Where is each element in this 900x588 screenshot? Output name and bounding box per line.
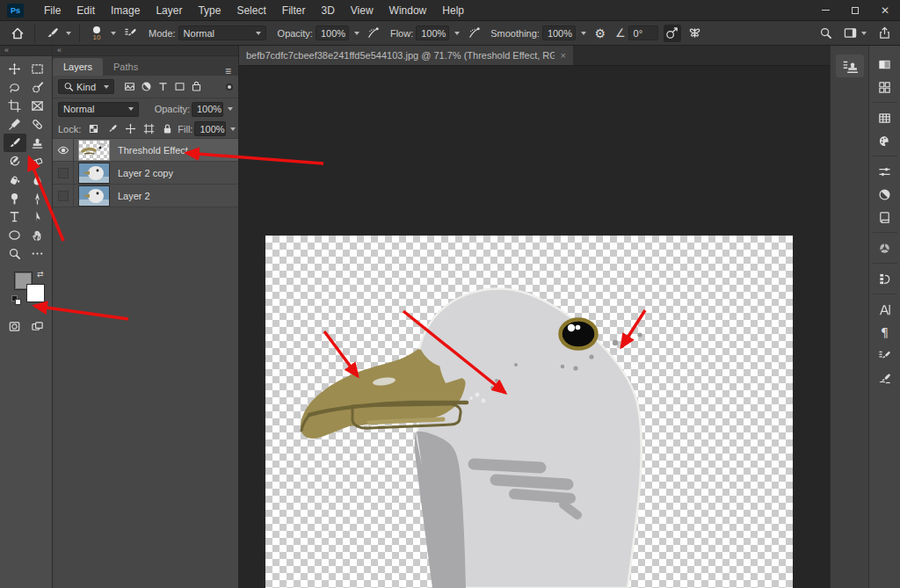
brushes-panel-icon[interactable]	[873, 367, 897, 389]
minimize-button[interactable]	[810, 0, 840, 21]
opacity-slider-toggle[interactable]	[354, 32, 359, 35]
quick-select-tool[interactable]	[26, 78, 49, 97]
close-button[interactable]: ✕	[870, 0, 900, 21]
history-brush-tool[interactable]	[4, 152, 26, 171]
layer-name[interactable]: Layer 2	[118, 191, 150, 201]
collapse-panel-chevron[interactable]: «	[53, 46, 238, 56]
crop-tool[interactable]	[4, 97, 26, 115]
adjustments-panel-icon[interactable]	[873, 183, 897, 206]
type-filter-icon[interactable]	[155, 79, 171, 94]
marquee-tool[interactable]	[26, 60, 49, 78]
shape-filter-icon[interactable]	[171, 79, 188, 94]
menu-image[interactable]: Image	[103, 0, 148, 21]
symmetry-butterfly-icon[interactable]	[686, 25, 704, 42]
layer-thumbnail[interactable]	[78, 140, 110, 161]
blur-tool[interactable]	[26, 171, 49, 189]
panel-tab-paths[interactable]: Paths	[103, 58, 149, 76]
gradients-panel-icon[interactable]	[873, 53, 897, 76]
lock-paint-icon[interactable]	[104, 121, 120, 136]
patterns-panel-icon[interactable]	[873, 76, 897, 98]
flow-slider-toggle[interactable]	[454, 32, 460, 35]
quick-mask-button[interactable]	[4, 317, 26, 336]
frame-tool[interactable]	[26, 97, 49, 115]
opacity-input[interactable]: 100%	[316, 25, 349, 40]
paragraph-panel-icon[interactable]: ¶	[873, 321, 897, 344]
properties-panel-icon[interactable]	[873, 160, 897, 183]
adjustment-filter-icon[interactable]	[138, 79, 155, 94]
home-icon[interactable]	[9, 25, 26, 42]
layer-visibility-empty[interactable]	[53, 185, 74, 207]
layer-opacity-toggle[interactable]	[228, 107, 233, 111]
document-close-icon[interactable]: ×	[561, 50, 566, 61]
screen-mode-button[interactable]	[26, 317, 49, 336]
clone-source-panel-icon[interactable]	[836, 54, 864, 77]
layer-filter-toggle[interactable]	[226, 83, 233, 91]
brush-settings-panel-toggle[interactable]	[121, 25, 139, 42]
blend-mode-select[interactable]: Normal	[178, 25, 266, 40]
flow-input[interactable]: 100%	[416, 25, 449, 40]
canvas-pasteboard[interactable]	[239, 66, 830, 588]
lock-all-icon[interactable]	[159, 121, 176, 136]
layer-blend-mode-select[interactable]: Normal	[58, 102, 139, 117]
workspace-switcher-icon[interactable]	[841, 25, 859, 42]
layer-thumbnail[interactable]	[78, 163, 110, 184]
libraries-panel-icon[interactable]	[873, 206, 897, 229]
dodge-tool[interactable]	[4, 189, 26, 207]
document-tab[interactable]: befb7cdfc7cbeef38e241ffd5e544103.jpg @ 7…	[239, 46, 573, 65]
tool-preset-picker[interactable]	[43, 25, 71, 42]
menu-edit[interactable]: Edit	[69, 0, 103, 21]
smart-filter-icon[interactable]	[188, 79, 205, 94]
smoothing-input[interactable]: 100%	[542, 25, 576, 40]
search-icon[interactable]	[817, 25, 834, 42]
layer-name[interactable]: Threshold Effect	[118, 145, 188, 156]
pen-tool[interactable]	[26, 189, 49, 207]
layer-name[interactable]: Layer 2 copy	[118, 168, 173, 178]
zoom-tool[interactable]	[4, 244, 26, 263]
smoothing-slider-toggle[interactable]	[581, 32, 586, 35]
move-tool[interactable]	[4, 60, 26, 78]
airbrush-toggle-icon[interactable]	[465, 25, 483, 42]
layer-row-layer-2[interactable]: Layer 2	[53, 185, 238, 207]
healing-tool[interactable]	[26, 115, 49, 134]
swap-colors-icon[interactable]: ⇄	[37, 270, 44, 279]
background-color-swatch[interactable]	[26, 284, 45, 302]
brush-settings-panel-icon[interactable]	[873, 344, 897, 367]
menu-filter[interactable]: Filter	[274, 0, 314, 21]
stamp-tool[interactable]	[26, 134, 49, 152]
menu-type[interactable]: Type	[190, 0, 229, 21]
layer-row-threshold-effect[interactable]: Threshold Effect	[53, 139, 238, 162]
type-tool[interactable]	[4, 207, 26, 226]
maximize-button[interactable]	[840, 0, 870, 21]
layer-fill-toggle[interactable]	[230, 127, 236, 131]
layer-fill-input[interactable]: 100%	[194, 121, 226, 136]
panel-menu-icon[interactable]: ≡	[225, 67, 231, 76]
menu-select[interactable]: Select	[229, 0, 273, 21]
transparency-checkerboard[interactable]	[265, 236, 793, 588]
eyedropper-tool[interactable]	[4, 115, 26, 134]
panel-tab-layers[interactable]: Layers	[53, 58, 103, 76]
size-pressure-toggle-icon[interactable]	[664, 25, 681, 42]
menu-view[interactable]: View	[343, 0, 381, 21]
more-tool[interactable]	[26, 244, 49, 263]
layer-visibility-empty[interactable]	[53, 162, 74, 185]
layer-filter-kind-select[interactable]: Kind	[58, 79, 114, 94]
share-icon[interactable]	[875, 25, 893, 42]
menu-window[interactable]: Window	[381, 0, 435, 21]
hand-tool[interactable]	[26, 226, 49, 244]
default-colors-icon[interactable]	[11, 295, 21, 305]
menu-3d[interactable]: 3D	[313, 0, 342, 21]
color-panel-icon[interactable]	[873, 129, 897, 152]
layer-visibility-eye-icon[interactable]	[53, 139, 74, 162]
menu-layer[interactable]: Layer	[148, 0, 190, 21]
lasso-tool[interactable]	[4, 78, 26, 97]
pixel-filter-icon[interactable]	[121, 79, 138, 94]
layer-row-layer-2-copy[interactable]: Layer 2 copy	[53, 162, 238, 185]
history-panel-icon[interactable]	[873, 267, 897, 290]
layer-opacity-input[interactable]: 100%	[192, 102, 223, 117]
path-select-tool[interactable]	[26, 207, 49, 226]
swatches-panel-icon[interactable]	[873, 106, 897, 129]
brush-tool[interactable]	[4, 134, 26, 152]
shape-tool[interactable]	[4, 226, 26, 244]
lock-transparent-icon[interactable]	[85, 121, 102, 136]
colorwheel-panel-icon[interactable]	[873, 236, 897, 259]
